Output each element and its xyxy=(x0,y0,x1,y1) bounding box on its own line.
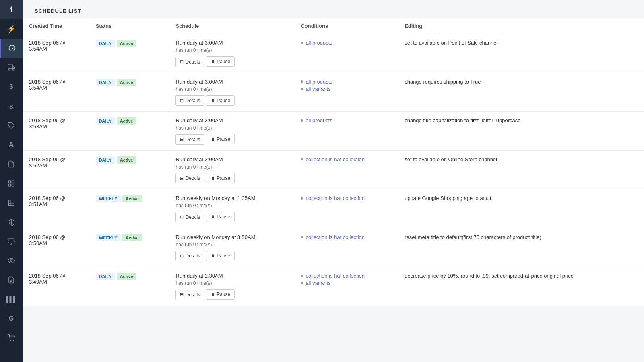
run-times-text: has run 0 time(s) xyxy=(175,242,288,247)
svg-rect-15 xyxy=(8,239,14,243)
pause-icon: ⏸ xyxy=(211,253,215,258)
sidebar-icon-grid[interactable] xyxy=(0,174,23,193)
svg-point-18 xyxy=(10,260,12,262)
status-badge: Active xyxy=(117,79,136,86)
cell-conditions: all products xyxy=(294,34,398,73)
sidebar-icon-info[interactable]: ℹ xyxy=(0,0,23,19)
status-badge: Active xyxy=(117,273,136,280)
pause-button[interactable]: ⏸ Pause xyxy=(206,173,235,183)
schedule-text: Run daily at 1:30AM xyxy=(175,273,288,279)
svg-point-22 xyxy=(13,340,14,341)
cell-editing: decrease price by 10%, round to .99, set… xyxy=(398,267,644,306)
condition-link[interactable]: collection is hat collection xyxy=(305,195,365,201)
sidebar-icon-file[interactable] xyxy=(0,270,23,290)
sidebar-icon-strikethrough[interactable]: S xyxy=(0,97,23,116)
condition-item: all variants xyxy=(301,280,392,286)
status-badge: Active xyxy=(122,195,142,202)
pause-button[interactable]: ⏸ Pause xyxy=(206,134,235,144)
created-time-text: 2018 Sep 06 @3:49AM xyxy=(29,273,83,285)
condition-item: collection is hat collection xyxy=(301,273,392,279)
sidebar-icon-text-a[interactable]: A xyxy=(0,135,23,154)
cell-created-time: 2018 Sep 06 @3:52AM xyxy=(23,150,89,189)
created-time-text: 2018 Sep 06 @3:50AM xyxy=(29,234,83,246)
pause-button[interactable]: ⏸ Pause xyxy=(206,56,235,67)
condition-item: all variants xyxy=(301,86,392,92)
svg-point-4 xyxy=(12,69,14,70)
cell-schedule: Run weekly on Monday at 1:35AMhas run 0 … xyxy=(169,189,294,228)
svg-rect-1 xyxy=(8,65,12,69)
table-row: 2018 Sep 06 @3:51AMWEEKLYActiveRun weekl… xyxy=(23,189,644,228)
table-row: 2018 Sep 06 @3:54AMDAILYActiveRun daily … xyxy=(23,73,644,112)
details-icon: ⊞ xyxy=(180,137,184,142)
condition-item: collection is hat collection xyxy=(301,195,392,201)
pause-button[interactable]: ⏸ Pause xyxy=(206,95,235,106)
sidebar-icon-document[interactable] xyxy=(0,154,23,174)
cell-schedule: Run daily at 2:00AMhas run 0 time(s)⊞ De… xyxy=(169,112,294,151)
page-header: SCHEDULE LIST xyxy=(23,0,644,18)
details-button[interactable]: ⊞ Details xyxy=(175,212,204,222)
cell-created-time: 2018 Sep 06 @3:53AM xyxy=(23,112,89,151)
sidebar-icon-barcode[interactable]: ▌▌▌ xyxy=(0,290,23,309)
schedule-text: Run weekly on Monday at 3:50AM xyxy=(175,234,288,240)
details-icon: ⊞ xyxy=(180,176,184,181)
condition-link[interactable]: all variants xyxy=(305,280,330,286)
sidebar-icon-lightning[interactable]: ⚡ xyxy=(0,19,23,39)
sidebar-icon-google[interactable]: G xyxy=(0,309,23,328)
col-header-created-time: Created Time xyxy=(23,18,89,34)
cell-created-time: 2018 Sep 06 @3:49AM xyxy=(23,267,89,306)
details-button[interactable]: ⊞ Details xyxy=(175,57,204,67)
details-button[interactable]: ⊞ Details xyxy=(175,95,204,106)
sidebar-icon-cart[interactable] xyxy=(0,328,23,348)
schedule-table-wrapper: Created Time Status Schedule Conditions … xyxy=(23,18,644,314)
sidebar-icon-truck[interactable] xyxy=(0,58,23,77)
details-icon: ⊞ xyxy=(180,292,184,297)
sidebar-icon-table[interactable] xyxy=(0,193,23,212)
cell-editing: set to available on Point of Sale channe… xyxy=(398,34,644,73)
col-header-editing: Editing xyxy=(398,18,644,34)
sidebar-icon-eye[interactable] xyxy=(0,251,23,270)
condition-link[interactable]: collection is hat collection xyxy=(305,234,365,240)
condition-item: collection is hat collection xyxy=(301,156,392,162)
sidebar-icon-widget[interactable] xyxy=(0,232,23,251)
action-buttons: ⊞ Details⏸ Pause xyxy=(175,289,288,300)
condition-link[interactable]: all products xyxy=(305,40,332,46)
cell-schedule: Run daily at 3:00AMhas run 0 time(s)⊞ De… xyxy=(169,34,294,73)
details-button[interactable]: ⊞ Details xyxy=(175,251,204,261)
svg-rect-7 xyxy=(12,181,14,183)
svg-rect-6 xyxy=(8,181,10,183)
condition-link[interactable]: all variants xyxy=(305,86,330,92)
run-times-text: has run 0 time(s) xyxy=(175,86,288,92)
cell-conditions: collection is hat collection xyxy=(294,150,398,189)
condition-link[interactable]: collection is hat collection xyxy=(305,273,365,279)
schedule-text: Run daily at 2:00AM xyxy=(175,117,288,123)
cell-status: DAILYActive xyxy=(89,73,169,112)
created-time-text: 2018 Sep 06 @3:54AM xyxy=(29,40,83,52)
condition-item: all products xyxy=(301,79,392,85)
action-buttons: ⊞ Details⏸ Pause xyxy=(175,212,288,222)
table-header-row: Created Time Status Schedule Conditions … xyxy=(23,18,644,34)
action-buttons: ⊞ Details⏸ Pause xyxy=(175,56,288,67)
pause-button[interactable]: ⏸ Pause xyxy=(206,212,235,222)
pause-icon: ⏸ xyxy=(211,98,215,103)
details-button[interactable]: ⊞ Details xyxy=(175,290,204,300)
sidebar-icon-clock[interactable] xyxy=(0,39,23,58)
svg-rect-9 xyxy=(12,184,14,186)
cell-status: WEEKLYActive xyxy=(89,228,169,267)
cell-schedule: Run daily at 2:00AMhas run 0 time(s)⊞ De… xyxy=(169,150,294,189)
sidebar-icon-tag[interactable] xyxy=(0,116,23,135)
sidebar: ℹ ⚡ $ S A ▌▌▌ G xyxy=(0,0,23,362)
created-time-text: 2018 Sep 06 @3:54AM xyxy=(29,79,83,91)
action-buttons: ⊞ Details⏸ Pause xyxy=(175,95,288,106)
details-button[interactable]: ⊞ Details xyxy=(175,134,204,145)
condition-link[interactable]: collection is hat collection xyxy=(305,156,365,162)
details-button[interactable]: ⊞ Details xyxy=(175,173,204,183)
status-badge: Active xyxy=(122,234,142,241)
run-times-text: has run 0 time(s) xyxy=(175,280,288,286)
condition-link[interactable]: all products xyxy=(305,117,332,123)
pause-button[interactable]: ⏸ Pause xyxy=(206,251,235,261)
sidebar-icon-dollar[interactable]: $ xyxy=(0,77,23,97)
pause-button[interactable]: ⏸ Pause xyxy=(206,289,235,300)
svg-rect-8 xyxy=(8,184,10,186)
sidebar-icon-scale[interactable] xyxy=(0,212,23,232)
condition-link[interactable]: all products xyxy=(305,79,332,85)
